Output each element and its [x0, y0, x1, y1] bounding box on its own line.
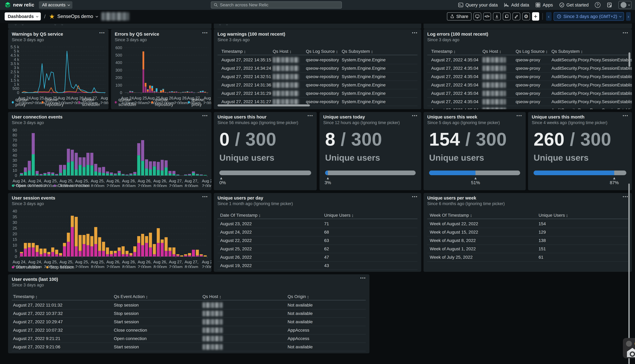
widget-menu-button[interactable]: •••: [623, 114, 628, 118]
widget-menu-button[interactable]: •••: [623, 31, 628, 35]
column-header[interactable]: Qs Log Source▴▾: [516, 49, 547, 54]
errors-bar-chart[interactable]: 0100200300400500600Aug 24,2:00pmAug 25,2…: [111, 42, 211, 104]
widget-menu-button[interactable]: •••: [412, 194, 418, 199]
session-events-bar-chart[interactable]: 0510152025303540Aug 24,2:00pmAug 24,8:00…: [8, 206, 211, 268]
edit-dashboard-button[interactable]: [512, 12, 520, 20]
column-header[interactable]: Date Of Timestamp▴▾: [220, 213, 260, 218]
connection-events-bar-chart[interactable]: 0102030405060708090Aug 24,2:00pmAug 24,8…: [8, 125, 211, 187]
table-row[interactable]: August 23, 202271: [217, 220, 418, 228]
widget-menu-button[interactable]: •••: [360, 276, 366, 280]
table-row[interactable]: August 26, 202247: [217, 253, 418, 262]
table-row[interactable]: August 27, 2022 10:07:32Close connection…: [12, 326, 366, 334]
export-download-button[interactable]: [493, 12, 501, 20]
widget-menu-button[interactable]: •••: [202, 31, 208, 35]
copy-permalink-button[interactable]: </>: [483, 12, 491, 20]
widget-menu-button[interactable]: •••: [99, 31, 105, 35]
account-switcher[interactable]: All accounts: [39, 1, 72, 9]
table-row[interactable]: August 27, 2022 11:01:32Stop sessionNot …: [12, 301, 366, 309]
legend-item[interactable]: qseow-scheduler: [115, 98, 145, 107]
table-row[interactable]: August 27, 2022 10:29:47Start sessionNot…: [12, 318, 366, 326]
widget-menu-button[interactable]: •••: [202, 114, 208, 118]
release-notes-icon[interactable]: [607, 2, 612, 8]
search-input[interactable]: [220, 2, 339, 8]
table-row[interactable]: Week of August 1, 2022151: [427, 245, 628, 253]
table-row[interactable]: August 27, 2022 14:32:51qseow-repository…: [217, 72, 418, 81]
table-row[interactable]: August 27, 2022 4:35:04qseow-proxyAuditS…: [427, 81, 628, 89]
dashboards-breadcrumb-button[interactable]: Dashboards: [5, 12, 41, 20]
query-your-data-button[interactable]: Query your data: [458, 2, 498, 8]
get-started-button[interactable]: Get started: [559, 2, 589, 8]
table-row[interactable]: Week of August 22, 2022154: [427, 220, 628, 228]
help-button[interactable]: ?: [595, 2, 600, 8]
column-header[interactable]: Qs Origin▴▾: [287, 294, 308, 299]
table-row[interactable]: August 22, 202263: [217, 236, 418, 245]
table-row[interactable]: August 27, 2022 4:35:04qseow-proxyAuditS…: [427, 98, 628, 106]
warnings-line-chart[interactable]: 05001 k1.5 k2 k2.5 k3 k3.5 k4 k4.5 k5 k5…: [8, 42, 109, 104]
table-row[interactable]: August 27, 2022 4:35:04qseow-proxyAuditS…: [427, 72, 628, 81]
widget-menu-button[interactable]: •••: [412, 114, 418, 118]
time-back-button[interactable]: ‹: [546, 12, 552, 21]
legend-item[interactable]: qseow-repository: [42, 98, 72, 107]
page-scrollbar[interactable]: [628, 184, 630, 364]
global-search[interactable]: [211, 2, 342, 8]
column-header[interactable]: Qs Subsystem▴▾: [551, 49, 582, 54]
table-row[interactable]: August 27, 2022 14:34:24qseow-repository…: [217, 64, 418, 72]
widget-menu-button[interactable]: •••: [202, 194, 208, 199]
table-row[interactable]: August 25, 202262: [217, 245, 418, 253]
legend-item[interactable]: Close connection: [54, 183, 90, 188]
table-row[interactable]: August 27, 2022 14:31:29qseow-repository…: [217, 89, 418, 98]
column-header[interactable]: Qs Host▴▾: [273, 49, 291, 54]
table-row[interactable]: August 27, 2022 14:35:15qseow-repository…: [217, 56, 418, 64]
time-forward-button[interactable]: ›: [626, 12, 631, 21]
favorite-star-icon[interactable]: ★: [49, 13, 55, 20]
legend-item[interactable]: qseow-repository: [151, 98, 182, 107]
column-header[interactable]: Qs Event Action▴▾: [114, 294, 147, 299]
widget-menu-button[interactable]: •••: [517, 114, 522, 118]
column-header[interactable]: Unique Users▴▾: [324, 213, 353, 218]
table-row[interactable]: August 27, 2022 10:37:32Stop sessionNot …: [12, 309, 366, 318]
duplicate-dashboard-button[interactable]: [503, 12, 510, 20]
apps-button[interactable]: Apps: [535, 2, 553, 8]
user-menu[interactable]: [618, 1, 631, 9]
settings-button[interactable]: ⚙: [522, 12, 530, 20]
add-widget-button[interactable]: +: [532, 12, 539, 20]
table-row[interactable]: August 19, 202243: [217, 262, 418, 270]
add-data-button[interactable]: Add data: [504, 2, 529, 8]
horizontal-scrollbar[interactable]: [217, 104, 310, 106]
column-header[interactable]: Qs Host▴▾: [202, 294, 221, 299]
legend-item[interactable]: Open connection: [12, 183, 48, 188]
table-row[interactable]: August 27, 2022 4:35:04qseow-proxyAuditS…: [427, 64, 628, 72]
column-header[interactable]: Timestamp▴▾: [431, 49, 455, 54]
widget-menu-button[interactable]: •••: [623, 194, 628, 199]
table-row[interactable]: August 27, 2022 4:35:04qseow-proxyAuditS…: [427, 89, 628, 98]
new-relic-logo[interactable]: new relic: [5, 2, 34, 8]
dashboard-title[interactable]: SenseOps demo: [57, 14, 97, 19]
widget-menu-button[interactable]: •••: [412, 31, 418, 35]
table-row[interactable]: August 27, 2022 9:21:21Open connectionAp…: [12, 334, 366, 343]
column-header[interactable]: Qs Subsystem▴▾: [342, 49, 373, 54]
legend-item[interactable]: qseow-scheduler: [78, 98, 109, 107]
share-button[interactable]: Share: [447, 12, 471, 20]
table-row[interactable]: August 27, 2022 14:31:36qseow-repository…: [217, 81, 418, 89]
legend-item[interactable]: qseow-proxy: [12, 98, 35, 107]
column-header[interactable]: Unique Users▴▾: [539, 213, 567, 218]
column-header[interactable]: Qs Host▴▾: [482, 49, 501, 54]
screen-capture-overlay[interactable]: [623, 338, 635, 358]
column-header[interactable]: Timestamp▴▾: [221, 49, 245, 54]
column-header[interactable]: Qs Log Source▴▾: [306, 49, 338, 54]
vertical-scrollbar[interactable]: [628, 52, 630, 66]
table-row[interactable]: Week of August 8, 2022138: [427, 236, 628, 245]
column-header[interactable]: Timestamp▴▾: [13, 294, 37, 299]
column-header[interactable]: Week Of Timestamp▴▾: [430, 213, 472, 218]
legend-item[interactable]: Stop session: [46, 265, 74, 270]
widget-menu-button[interactable]: •••: [307, 114, 313, 118]
table-row[interactable]: August 27, 2022 4:35:04qseow-proxyAuditS…: [427, 56, 628, 64]
time-picker[interactable]: Since 3 days ago (GMT+2): [554, 12, 624, 21]
table-row[interactable]: Week of July 25, 202261: [427, 253, 628, 262]
table-row[interactable]: August 24, 202268: [217, 228, 418, 236]
tv-mode-button[interactable]: [473, 12, 481, 20]
table-row[interactable]: August 27, 2022 9:21:06Start sessionNot …: [12, 343, 366, 351]
legend-item[interactable]: Start session: [12, 265, 40, 270]
table-row[interactable]: August 27, 2022 4:35:04qseow-proxyAuditS…: [427, 106, 628, 109]
table-row[interactable]: Week of August 15, 2022129: [427, 228, 628, 236]
